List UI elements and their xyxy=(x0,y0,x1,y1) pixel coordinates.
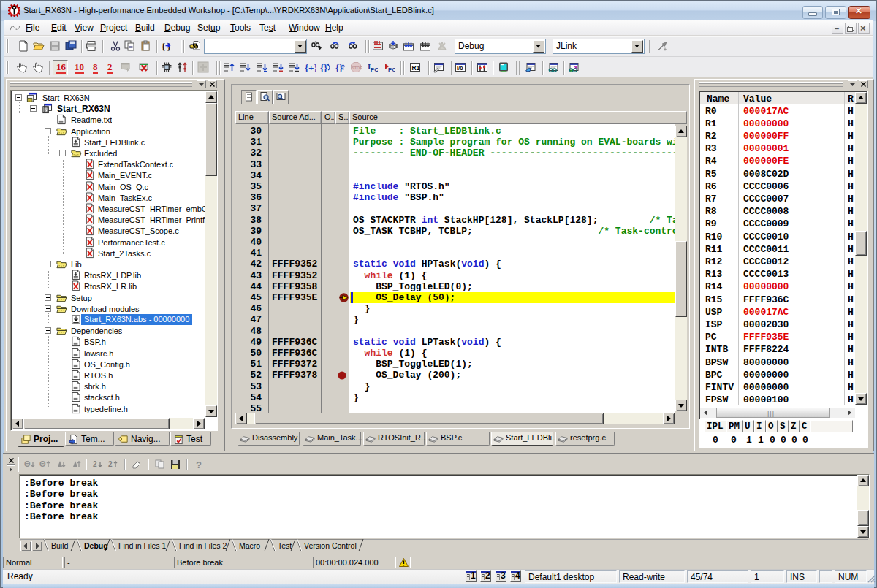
svg-text:Θ: Θ xyxy=(39,459,46,468)
svg-text:?: ? xyxy=(196,459,202,470)
svg-text:Θ: Θ xyxy=(24,459,31,468)
svg-text:2: 2 xyxy=(93,460,97,468)
svg-text:2: 2 xyxy=(108,460,113,468)
